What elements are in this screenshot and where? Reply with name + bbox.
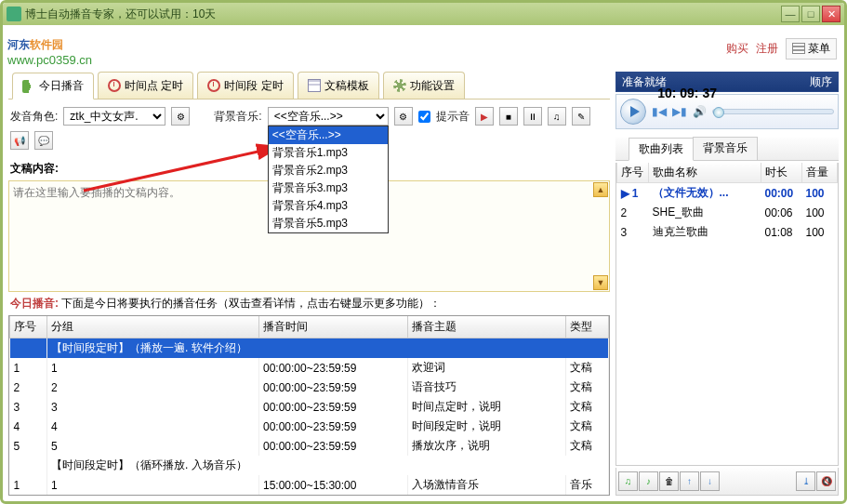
tab-songlist[interactable]: 歌曲列表 bbox=[629, 138, 694, 161]
table-row[interactable]: 2200:00:00~23:59:59语音技巧文稿 bbox=[10, 378, 609, 397]
list-item[interactable]: 3迪克兰歌曲01:08100 bbox=[617, 222, 838, 242]
close-button[interactable]: ✕ bbox=[822, 6, 840, 22]
col-topic[interactable]: 播音主题 bbox=[408, 316, 566, 338]
player-mode[interactable]: 顺序 bbox=[810, 74, 832, 90]
topbar: 购买 注册 菜单 bbox=[3, 25, 844, 72]
delete-button[interactable]: 🗑 bbox=[659, 471, 679, 491]
broadcast-button[interactable]: 📢 bbox=[10, 131, 29, 150]
bgm-option[interactable]: 背景音乐2.mp3 bbox=[269, 162, 388, 179]
bgm-option[interactable]: 背景音乐5.mp3 bbox=[269, 215, 388, 232]
speaker-icon bbox=[22, 80, 35, 93]
export-button[interactable]: ⤓ bbox=[796, 471, 815, 491]
scroll-down-button[interactable]: ▼ bbox=[593, 275, 608, 290]
pl-col-seq[interactable]: 序号 bbox=[617, 163, 649, 183]
prev-button[interactable]: ▮◀ bbox=[652, 105, 667, 118]
table-row[interactable]: 4400:00:00~23:59:59时间段定时，说明文稿 bbox=[10, 417, 609, 436]
titlebar: 博士自动播音专家，还可以试用：10天 — □ ✕ bbox=[3, 3, 844, 25]
bgm-select[interactable]: <<空音乐...>> <<空音乐...>>背景音乐1.mp3背景音乐2.mp3背… bbox=[268, 107, 389, 126]
move-up-button[interactable]: ↑ bbox=[680, 471, 699, 491]
clock-icon bbox=[108, 79, 121, 92]
pl-col-vol[interactable]: 音量 bbox=[802, 163, 838, 183]
scroll-up-button[interactable]: ▲ bbox=[593, 182, 608, 197]
bgm-option[interactable]: 背景音乐1.mp3 bbox=[269, 144, 388, 162]
music-button[interactable]: ♫ bbox=[548, 107, 566, 126]
table-row[interactable]: 【时间段定时】（循环播放. 入场音乐） bbox=[10, 456, 609, 475]
player-controls: ▮◀ ▶▮ 🔊 bbox=[615, 94, 839, 129]
bgm-option[interactable]: 背景音乐4.mp3 bbox=[269, 197, 388, 215]
volume-icon[interactable]: 🔊 bbox=[693, 105, 707, 118]
tab-timerange[interactable]: 时间段 定时 bbox=[197, 72, 293, 99]
tab-today[interactable]: 今日播音 bbox=[12, 73, 94, 99]
register-link[interactable]: 注册 bbox=[756, 41, 778, 57]
voice-label: 发音角色: bbox=[10, 109, 58, 125]
clock-icon bbox=[207, 79, 220, 92]
stop-button[interactable]: ■ bbox=[499, 107, 518, 126]
tab-bgmlist[interactable]: 背景音乐 bbox=[693, 137, 758, 160]
playlist-toolbar: ♫ ♪ 🗑 ↑ ↓ ⤓ 🔇 bbox=[615, 468, 839, 496]
col-seq[interactable]: 序号 bbox=[10, 316, 47, 338]
bgm-config-button[interactable]: ⚙ bbox=[394, 107, 413, 126]
table-row[interactable]: 【时间段定时】（播放一遍. 软件介绍） bbox=[10, 338, 609, 359]
play-button[interactable]: ▶ bbox=[475, 107, 494, 126]
table-row[interactable]: 5500:00:00~23:59:59播放次序，说明文稿 bbox=[10, 436, 609, 456]
add-folder-button[interactable]: ♪ bbox=[639, 471, 658, 491]
clock-display: 10: 09: 37 bbox=[657, 86, 717, 100]
doc-icon bbox=[308, 79, 321, 92]
pause-button[interactable]: ⏸ bbox=[523, 107, 542, 126]
chat-button[interactable]: 💬 bbox=[34, 131, 53, 150]
main-tabs: 今日播音 时间点 定时 时间段 定时 文稿模板 功能设置 bbox=[8, 72, 610, 99]
bgm-dropdown-list: <<空音乐...>>背景音乐1.mp3背景音乐2.mp3背景音乐3.mp3背景音… bbox=[268, 126, 389, 233]
add-music-button[interactable]: ♫ bbox=[618, 471, 638, 491]
app-icon bbox=[7, 7, 21, 21]
gear-icon bbox=[393, 79, 406, 92]
tab-timepoint[interactable]: 时间点 定时 bbox=[98, 72, 193, 99]
voice-config-button[interactable]: ⚙ bbox=[171, 107, 190, 126]
voice-select[interactable]: ztk_中文女声. bbox=[63, 107, 165, 126]
progress-bar[interactable] bbox=[712, 109, 834, 114]
pl-col-dur[interactable]: 时长 bbox=[761, 163, 802, 183]
maximize-button[interactable]: □ bbox=[801, 6, 820, 22]
list-item[interactable]: 2SHE_歌曲00:06100 bbox=[617, 203, 838, 222]
list-item[interactable]: ▶ 1（文件无效）...00:00100 bbox=[617, 183, 838, 204]
player-status-bar: 准备就绪 顺序 bbox=[615, 72, 839, 92]
playlist-tabs: 歌曲列表 背景音乐 bbox=[615, 137, 839, 161]
table-row[interactable]: 2215:00:00~15:30:00入场激情音乐 再播一次音乐 bbox=[10, 495, 609, 496]
bgm-option[interactable]: 背景音乐3.mp3 bbox=[269, 179, 388, 197]
schedule-grid[interactable]: 序号 分组 播音时间 播音主题 类型 【时间段定时】（播放一遍. 软件介绍）11… bbox=[8, 315, 610, 496]
mute-button[interactable]: 🔇 bbox=[816, 471, 836, 491]
move-down-button[interactable]: ↓ bbox=[700, 471, 720, 491]
today-section-label: 今日播音: 下面是今日将要执行的播音任务（双击查看详情，点击右键显示更多功能）： bbox=[8, 292, 610, 315]
play-big-button[interactable] bbox=[620, 99, 646, 125]
col-time[interactable]: 播音时间 bbox=[259, 316, 408, 338]
table-row[interactable]: 1115:00:00~15:30:00入场激情音乐音乐 bbox=[10, 475, 609, 495]
tab-template[interactable]: 文稿模板 bbox=[298, 72, 379, 99]
edit-button[interactable]: ✎ bbox=[572, 107, 590, 126]
playlist-grid[interactable]: 序号 歌曲名称 时长 音量 ▶ 1（文件无效）...00:001002SHE_歌… bbox=[615, 163, 839, 466]
alert-checkbox[interactable] bbox=[418, 111, 430, 123]
content-label: 文稿内容: bbox=[10, 162, 59, 175]
window-title: 博士自动播音专家，还可以试用：10天 bbox=[25, 7, 781, 22]
tab-settings[interactable]: 功能设置 bbox=[383, 72, 465, 99]
alert-label: 提示音 bbox=[436, 109, 470, 125]
col-type[interactable]: 类型 bbox=[566, 316, 609, 338]
col-group[interactable]: 分组 bbox=[47, 316, 259, 338]
bgm-option[interactable]: <<空音乐...>> bbox=[269, 126, 388, 144]
menu-button[interactable]: 菜单 bbox=[786, 38, 837, 60]
table-row[interactable]: 3300:00:00~23:59:59时间点定时，说明文稿 bbox=[10, 397, 609, 417]
pl-col-name[interactable]: 歌曲名称 bbox=[649, 163, 761, 183]
next-button[interactable]: ▶▮ bbox=[672, 105, 687, 118]
menu-icon bbox=[792, 43, 805, 54]
table-row[interactable]: 1100:00:00~23:59:59欢迎词文稿 bbox=[10, 358, 609, 378]
bgm-label: 背景音乐: bbox=[214, 109, 261, 125]
buy-link[interactable]: 购买 bbox=[726, 41, 748, 57]
minimize-button[interactable]: — bbox=[781, 6, 800, 22]
